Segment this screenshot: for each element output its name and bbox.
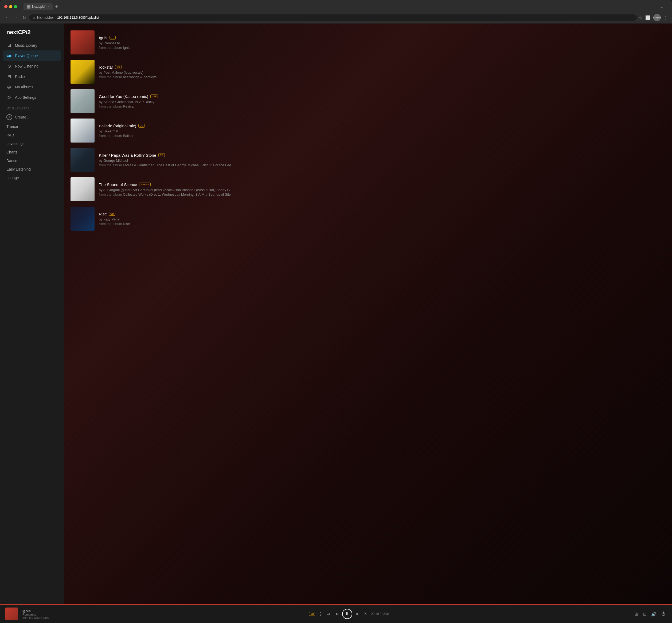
player-album-art [5,607,18,620]
queue-track-item[interactable]: Ballade (original mix) CD by Bakermat fr… [64,116,672,145]
track-artist: by Al Gorgoni (guitar);Art Garfunkel (le… [99,188,654,192]
playlist-item[interactable]: Trance [0,122,64,131]
track-info: Rise CD by Katy Perry from the album Ris… [99,212,654,226]
create-playlist-btn[interactable]: + Create ... [0,112,64,122]
playlist-item[interactable]: Charts [0,148,64,156]
track-title: Killer / Papa Was a Rollin' Stone [99,153,156,157]
track-album: from the album Ladies & Gentlemen: The B… [99,163,654,167]
new-tab-btn[interactable]: + [54,3,60,10]
playlist-item[interactable]: Lounge [0,174,64,182]
tab-close-btn[interactable]: × [48,5,49,8]
track-artist: by Katy Perry [99,217,654,221]
back-btn[interactable]: ← [4,15,11,21]
track-title: Good for You (Kasbo remix) [99,94,148,99]
sidebar-item-my-albums[interactable]: ◎ My Albums [3,82,61,92]
refresh-btn[interactable]: ↻ [21,15,27,21]
queue-track-item[interactable]: The Sound of Silence HI-RES by Al Gorgon… [64,175,672,204]
now-listening-label: Now Listening [15,64,38,68]
album-art [71,177,94,201]
track-info: Ignis CD by Rompasso from the album Igni… [99,35,654,50]
queue-track-item[interactable]: rockstar CD by Post Malone (lead vocals)… [64,57,672,87]
cast-btn[interactable]: ⊡ [642,611,647,618]
tab-title: NextcpUi [32,5,45,8]
quality-badge: CD [109,212,115,216]
quality-badge: CD [138,124,145,127]
track-artist: by Rompasso [99,41,654,45]
app-logo: nextCP/2 [0,24,64,40]
minimize-window-btn[interactable] [9,5,12,8]
queue-track-item[interactable]: Ignis CD by Rompasso from the album Igni… [64,28,672,57]
player-right-controls: ⊞ ⊡ 🔊 ⏻ [634,611,667,618]
music-library-label: Music Library [15,43,37,48]
queue-btn[interactable]: ⊞ [634,611,639,618]
my-albums-icon: ◎ [6,84,12,89]
maximize-window-btn[interactable] [14,5,17,8]
player-queue-label: Player Queue [15,54,38,58]
quality-badge: CD [115,65,121,69]
sidebar-nav: ⊡ Music Library ≡▶ Player Queue ⊙ Now Li… [0,40,64,102]
album-art-img [71,207,94,231]
shuffle-btn[interactable]: ⇌ [326,611,332,618]
repeat-btn[interactable]: ↻ [363,611,369,618]
create-icon: + [6,114,12,120]
track-artist: by Post Malone (lead vocals) [99,70,654,75]
playlist-item[interactable]: Easy Listening [0,165,64,174]
browser-chrome: A NextcpUi × + ⌄ ← → ↻ ⚠ Nicht sicher | … [0,0,672,24]
track-title: Ballade (original mix) [99,124,136,128]
prev-btn[interactable]: ⏮ [334,611,340,617]
power-btn[interactable]: ⏻ [660,611,667,617]
app-container: nextCP/2 ⊡ Music Library ≡▶ Player Queue… [0,24,672,604]
sidebar-item-radio[interactable]: ⊟ Radio [3,71,61,82]
radio-icon: ⊟ [6,74,12,79]
time-display: 00:19 / 03:31 [371,612,389,616]
music-library-icon: ⊡ [6,43,12,48]
volume-btn[interactable]: 🔊 [650,611,657,618]
track-album: from the album Ballade [99,134,654,138]
playlist-item[interactable]: Lovesongs [0,139,64,148]
album-art [71,119,94,143]
queue-list: Ignis CD by Rompasso from the album Igni… [64,24,672,238]
play-pause-btn[interactable]: ⏸ [342,609,352,619]
track-title-row: rockstar CD [99,65,654,69]
my-albums-label: My Albums [15,85,33,89]
playlist-item[interactable]: R&B [0,131,64,139]
playlist-item[interactable]: Dance [0,156,64,165]
sidebar-item-app-settings[interactable]: ⚙ App Settings [3,92,61,102]
track-artist: by Selena Gomez feat. A$AP Rocky [99,100,654,104]
track-album: from the album beerbongs & bentleys [99,75,654,79]
track-info: The Sound of Silence HI-RES by Al Gorgon… [99,182,654,197]
queue-track-item[interactable]: Killer / Papa Was a Rollin' Stone CD by … [64,145,672,175]
track-info: Good for You (Kasbo remix) HIFI by Selen… [99,94,654,108]
quality-badge: CD [158,153,165,157]
next-btn[interactable]: ⏭ [355,611,361,617]
queue-track-item[interactable]: Good for You (Kasbo remix) HIFI by Selen… [64,87,672,116]
url-text: 192.168.112.5:8085/#/playlist [57,16,99,20]
queue-track-item[interactable]: Rise CD by Katy Perry from the album Ris… [64,204,672,233]
extension-btn[interactable]: ⬜ [645,15,651,20]
address-bar[interactable]: ⚠ Nicht sicher | 192.168.112.5:8085/#/pl… [29,14,637,21]
close-window-btn[interactable] [4,5,7,8]
active-tab[interactable]: A NextcpUi × [24,3,53,10]
sidebar-item-now-listening[interactable]: ⊙ Now Listening [3,61,61,71]
player-quality-badge: CD [309,612,315,616]
quality-badge: CD [110,36,116,39]
more-btn[interactable]: ⋮ [664,15,668,20]
app-settings-label: App Settings [15,95,36,99]
app-settings-icon: ⚙ [6,95,12,100]
traffic-lights [4,5,17,8]
quality-badge: HIFI [150,94,158,98]
album-art [71,89,94,113]
profile-btn[interactable]: Inkognito [653,14,661,21]
lock-icon: ⚠ [33,16,35,20]
more-options-btn[interactable]: ⋮ [317,611,324,618]
bookmark-btn[interactable]: ☆ [639,15,643,20]
tab-menu-btn[interactable]: ⌄ [660,4,664,9]
player-title: Ignis [23,609,65,613]
sidebar-item-player-queue[interactable]: ≡▶ Player Queue [3,51,61,61]
album-art-img [71,119,94,143]
forward-btn[interactable]: → [13,15,19,21]
create-label: Create ... [15,115,30,119]
track-info: Killer / Papa Was a Rollin' Stone CD by … [99,153,654,167]
sidebar-item-music-library[interactable]: ⊡ Music Library [3,40,61,51]
album-art [71,30,94,55]
